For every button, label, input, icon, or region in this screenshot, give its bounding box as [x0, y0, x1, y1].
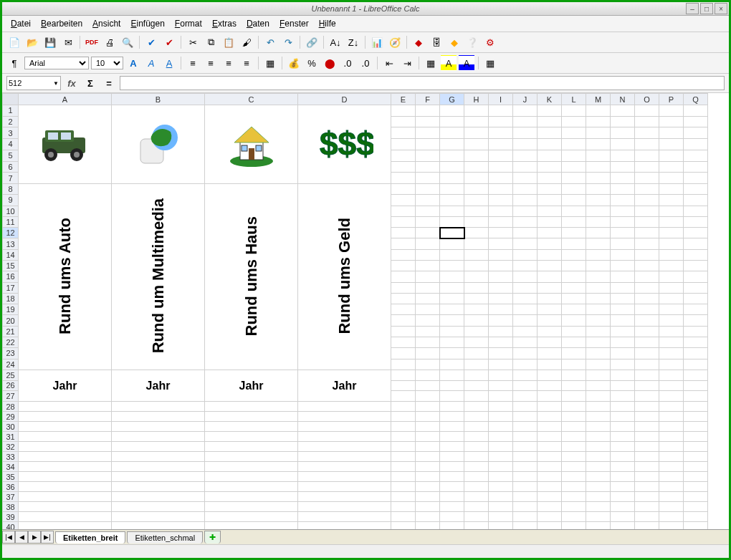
cell-E19[interactable]	[391, 304, 416, 315]
cell-H39[interactable]	[464, 512, 489, 522]
cell-E8[interactable]	[391, 184, 416, 195]
cell-Q29[interactable]	[684, 412, 708, 422]
row-header-23[interactable]: 23	[3, 348, 19, 359]
cell-G7[interactable]	[440, 173, 464, 184]
cell-H40[interactable]	[464, 522, 489, 530]
cell-O28[interactable]	[635, 402, 659, 412]
cell-Q33[interactable]	[684, 452, 708, 462]
cell-K8[interactable]	[538, 184, 562, 195]
cell-E25[interactable]	[391, 370, 416, 381]
navigator-icon[interactable]: 🧭	[387, 34, 403, 50]
cell-G21[interactable]	[440, 326, 464, 337]
cell-J22[interactable]	[513, 337, 538, 347]
cell-P24[interactable]	[659, 359, 684, 370]
cell-K39[interactable]	[538, 512, 562, 522]
new-doc-icon[interactable]: 📄	[6, 34, 22, 50]
cell-L23[interactable]	[562, 348, 586, 359]
cell-Q19[interactable]	[684, 304, 708, 315]
cell-O12[interactable]	[635, 228, 659, 238]
col-header-H[interactable]: H	[464, 94, 489, 105]
row-header-7[interactable]: 7	[3, 173, 19, 184]
cell-L30[interactable]	[562, 422, 586, 432]
cell-F17[interactable]	[416, 282, 440, 293]
cell-E12[interactable]	[391, 228, 416, 238]
cell-H17[interactable]	[464, 282, 489, 293]
cell-I27[interactable]	[489, 391, 513, 402]
cell-F18[interactable]	[416, 293, 440, 304]
cell-O20[interactable]	[635, 315, 659, 326]
cell-P16[interactable]	[659, 271, 684, 282]
cell-I11[interactable]	[489, 216, 513, 227]
cell-I5[interactable]	[489, 150, 513, 161]
cell-O31[interactable]	[635, 432, 659, 442]
cell-A38[interactable]	[19, 502, 112, 512]
cell-I19[interactable]	[489, 304, 513, 315]
cell-D40[interactable]	[298, 522, 391, 530]
cell-M28[interactable]	[586, 402, 611, 412]
cell-N17[interactable]	[611, 282, 635, 293]
cell-P17[interactable]	[659, 282, 684, 293]
cell-E30[interactable]	[391, 422, 416, 432]
cell-F32[interactable]	[416, 442, 440, 452]
cell-L16[interactable]	[562, 271, 586, 282]
cell-H16[interactable]	[464, 271, 489, 282]
cell-N36[interactable]	[611, 482, 635, 492]
row-header-36[interactable]: 36	[3, 482, 19, 492]
cell-O30[interactable]	[635, 422, 659, 432]
cell-M32[interactable]	[586, 442, 611, 452]
cell-Q40[interactable]	[684, 522, 708, 530]
cell-L10[interactable]	[562, 206, 586, 216]
row-header-11[interactable]: 11	[3, 216, 19, 227]
cell-A34[interactable]	[19, 462, 112, 472]
cell-C38[interactable]	[205, 502, 298, 512]
cell-L34[interactable]	[562, 462, 586, 472]
cell-J7[interactable]	[513, 173, 538, 184]
cell-G10[interactable]	[440, 206, 464, 216]
cell-P34[interactable]	[659, 462, 684, 472]
cell-Q22[interactable]	[684, 337, 708, 347]
cell-J14[interactable]	[513, 249, 538, 260]
cell-J1[interactable]	[513, 105, 538, 117]
cell-A33[interactable]	[19, 452, 112, 462]
cell-Q36[interactable]	[684, 482, 708, 492]
cell-I23[interactable]	[489, 348, 513, 359]
redo-icon[interactable]: ↷	[280, 34, 296, 50]
cell-H36[interactable]	[464, 482, 489, 492]
cell-J27[interactable]	[513, 391, 538, 402]
cell-L28[interactable]	[562, 402, 586, 412]
cell-E6[interactable]	[391, 161, 416, 173]
cell-E4[interactable]	[391, 139, 416, 150]
cell-N15[interactable]	[611, 260, 635, 271]
cell-O9[interactable]	[635, 195, 659, 206]
row-header-8[interactable]: 8	[3, 184, 19, 195]
cell-C34[interactable]	[205, 462, 298, 472]
row-header-6[interactable]: 6	[3, 161, 19, 173]
cell-O13[interactable]	[635, 238, 659, 249]
cell-P36[interactable]	[659, 482, 684, 492]
sort-asc-icon[interactable]: A↓	[328, 34, 343, 50]
cell-K21[interactable]	[538, 326, 562, 337]
cell-P1[interactable]	[659, 105, 684, 117]
col-header-I[interactable]: I	[489, 94, 513, 105]
cell-O8[interactable]	[635, 184, 659, 195]
cell-N8[interactable]	[611, 184, 635, 195]
zoom-icon[interactable]: ◆	[446, 34, 462, 50]
cell-G29[interactable]	[440, 412, 464, 422]
cell-M25[interactable]	[586, 370, 611, 381]
cell-N4[interactable]	[611, 139, 635, 150]
cell-C36[interactable]	[205, 482, 298, 492]
cell-J15[interactable]	[513, 260, 538, 271]
cell-H14[interactable]	[464, 249, 489, 260]
row-header-32[interactable]: 32	[3, 442, 19, 452]
cell-P28[interactable]	[659, 402, 684, 412]
cell-O36[interactable]	[635, 482, 659, 492]
cell-E3[interactable]	[391, 127, 416, 139]
cell-H37[interactable]	[464, 492, 489, 502]
cell-J28[interactable]	[513, 402, 538, 412]
sum-icon[interactable]: Σ	[82, 75, 98, 91]
cell-I13[interactable]	[489, 238, 513, 249]
cell-K2[interactable]	[538, 116, 562, 127]
cell-E11[interactable]	[391, 216, 416, 227]
pdf-icon[interactable]: PDF	[84, 34, 100, 50]
cell-L6[interactable]	[562, 161, 586, 173]
